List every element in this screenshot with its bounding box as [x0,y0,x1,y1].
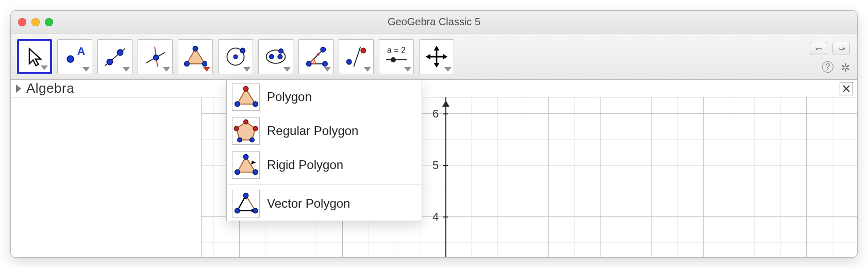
angle-icon: α [304,45,328,69]
close-panel-button[interactable] [840,82,853,95]
move-view-tool[interactable] [419,39,454,74]
svg-marker-32 [426,54,430,59]
svg-marker-31 [433,62,439,67]
reflect-line-icon [344,45,368,69]
content-area: 654 [11,97,857,257]
toolbar-right-lower: ? ✲ [822,61,850,75]
svg-point-38 [253,102,258,106]
svg-text:α: α [316,51,320,57]
dropdown-item-label: Regular Polygon [267,124,358,138]
dropdown-item-polygon[interactable]: Polygon [227,80,422,114]
vector-polygon-icon [232,190,260,217]
svg-marker-47 [251,161,256,164]
conic-tool[interactable] [258,39,293,74]
angle-tool[interactable]: α [298,39,333,74]
algebra-pane[interactable] [11,97,202,257]
axis-tick [443,216,448,217]
perpendicular-line-icon [143,45,167,69]
circle-center-icon [224,45,247,69]
svg-point-16 [270,54,274,58]
point-tool[interactable]: A [57,39,92,74]
dropdown-separator [227,184,422,185]
app-window: GeoGebra Classic 5 A [10,10,858,258]
disclosure-triangle-icon[interactable] [16,85,21,93]
dropdown-item-label: Rigid Polygon [267,158,343,172]
chevron-down-icon [203,67,210,72]
svg-point-13 [233,55,237,58]
close-window-button[interactable] [18,18,26,26]
panels-header: Algebra [11,80,857,97]
svg-point-9 [193,46,197,51]
svg-point-18 [279,48,283,53]
dropdown-item-label: Polygon [267,90,312,104]
y-axis [445,97,446,257]
svg-point-25 [361,48,365,53]
svg-point-49 [253,170,258,174]
axis-tick-label: 4 [432,210,439,224]
svg-marker-33 [443,54,447,59]
svg-point-4 [118,49,123,55]
circle-tool[interactable] [218,39,253,74]
point-a-icon: A [63,45,87,69]
traffic-lights [18,18,53,26]
svg-point-50 [235,170,240,174]
undo-button[interactable]: ⤺ [810,42,827,55]
title-bar: GeoGebra Classic 5 [11,11,857,34]
algebra-panel-title: Algebra [26,80,74,96]
axis-tick [443,165,448,166]
axis-tick-label: 6 [432,107,439,121]
close-icon [842,85,850,93]
dropdown-item-vector-polygon[interactable]: Vector Polygon [227,187,422,221]
minimize-window-button[interactable] [31,18,40,26]
svg-point-44 [250,138,254,142]
svg-point-0 [67,56,74,62]
svg-point-56 [243,193,248,198]
undo-icon: ⤺ [815,44,822,54]
svg-point-41 [244,120,248,124]
move-arrows-icon [425,45,448,69]
regular-polygon-icon [232,117,260,145]
svg-point-42 [253,126,257,130]
svg-point-3 [107,59,112,64]
svg-point-58 [235,208,240,213]
svg-point-10 [203,61,207,66]
dropdown-item-rigid-polygon[interactable]: Rigid Polygon [227,148,422,182]
svg-text:A: A [77,45,86,58]
redo-icon: ⤻ [838,44,845,54]
polygon-tool-dropdown: Polygon Regular Polygon [226,79,422,221]
axis-tick-label: 5 [432,159,439,172]
help-button[interactable]: ? [822,61,833,73]
text-tool[interactable]: a = 2 [379,39,414,74]
svg-point-17 [278,54,282,58]
svg-line-23 [354,46,360,66]
toolbar-right: ⤺ ⤻ [810,42,850,55]
zoom-window-button[interactable] [45,18,53,26]
special-line-tool[interactable] [138,39,173,74]
svg-point-45 [238,138,242,142]
dropdown-item-regular-polygon[interactable]: Regular Polygon [227,114,422,148]
tool-buttons: A [17,39,454,74]
axis-tick [443,113,448,114]
line-tool[interactable] [97,39,132,74]
slider-text-icon: a = 2 [387,46,406,55]
svg-point-27 [391,57,396,62]
svg-point-11 [185,61,189,66]
triangle-icon [183,45,207,69]
redo-button[interactable]: ⤻ [832,42,850,55]
svg-point-7 [154,55,159,60]
svg-point-43 [234,126,238,130]
settings-button[interactable]: ✲ [841,61,850,75]
axis-arrow-icon [442,100,449,107]
ellipse-foci-icon [264,45,288,69]
polygon-tool[interactable] [178,39,213,74]
svg-point-24 [347,59,352,64]
dropdown-item-label: Vector Polygon [267,196,350,211]
transform-tool[interactable] [339,39,374,74]
move-tool[interactable] [17,39,52,74]
svg-point-48 [243,155,248,159]
main-toolbar: A [11,34,857,80]
svg-point-57 [253,208,258,213]
svg-marker-30 [433,45,439,50]
svg-point-37 [243,87,248,91]
svg-point-22 [323,61,327,66]
